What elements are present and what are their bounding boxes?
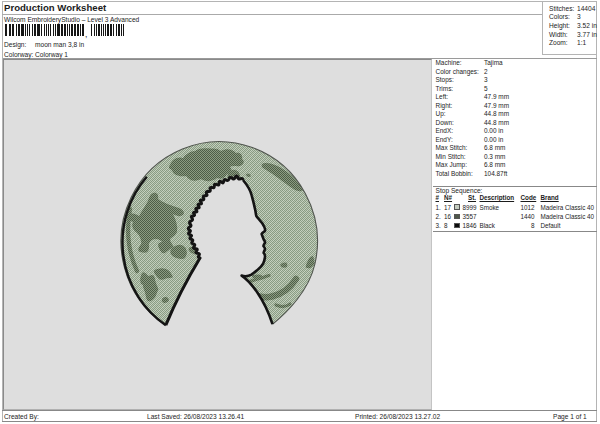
svg-text:,: , (85, 29, 87, 39)
